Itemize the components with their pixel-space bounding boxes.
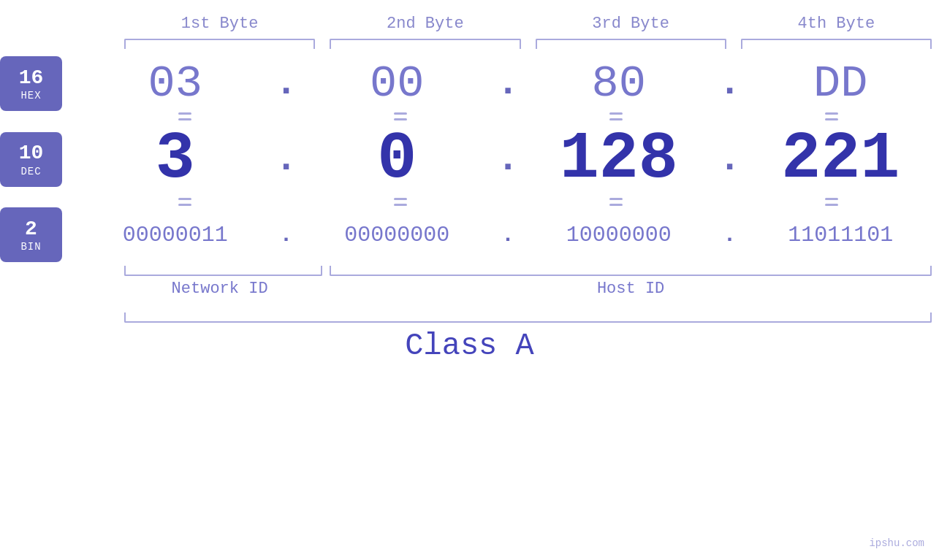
bin-dot2: .	[497, 223, 519, 248]
eq-bar	[609, 204, 623, 206]
eq-bar	[394, 112, 407, 115]
top-bracket-row	[0, 39, 939, 49]
bin-b4: 11011101	[742, 223, 940, 248]
top-bracket-1	[124, 39, 315, 49]
eq1-b4	[723, 112, 939, 120]
hex-b4-cell: DD	[742, 58, 940, 110]
eq-symbol-2b	[394, 198, 407, 206]
eq2-b1	[77, 198, 292, 206]
bin-dot1: .	[275, 223, 297, 248]
network-bracket	[124, 266, 322, 276]
eq1-b3	[508, 112, 723, 120]
eq-bar	[825, 112, 838, 115]
host-bracket	[330, 266, 932, 276]
byte2-header: 2nd Byte	[322, 15, 528, 39]
hex-b4: DD	[742, 58, 940, 110]
byte1-header: 1st Byte	[117, 15, 322, 39]
top-bracket-2	[330, 39, 520, 49]
bin-badge-base: BIN	[20, 241, 41, 253]
eq-bar	[825, 198, 838, 200]
main-container: 1st Byte 2nd Byte 3rd Byte 4th Byte 16 H…	[0, 0, 939, 560]
dec-b3: 128	[520, 122, 718, 196]
hex-b2: 00	[299, 58, 496, 110]
byte3-header: 3rd Byte	[528, 15, 734, 39]
network-host-labels: Network ID Host ID	[0, 280, 939, 298]
class-bracket	[124, 312, 932, 323]
eq-bar	[609, 198, 623, 200]
dec-badge: 10 DEC	[0, 132, 62, 187]
network-id-label: Network ID	[117, 280, 322, 298]
dec-b2: 0	[299, 122, 496, 196]
bin-b1-cell: 00000011	[77, 223, 274, 248]
top-bracket-4	[741, 39, 932, 49]
eq-symbol-1b	[394, 112, 407, 120]
dec-dot3: .	[719, 138, 741, 181]
hex-badge-base: HEX	[20, 90, 41, 101]
dec-dot2: .	[497, 138, 519, 181]
dec-badge-num: 10	[19, 141, 44, 166]
dec-badge-base: DEC	[20, 166, 41, 177]
class-bracket-row	[0, 312, 939, 323]
class-label-row: Class A	[0, 329, 939, 364]
eq-bar	[825, 204, 838, 206]
top-bracket-3	[536, 39, 726, 49]
hex-b2-cell: 00	[299, 58, 496, 110]
dec-b4-cell: 221	[742, 122, 940, 196]
equals-row-1	[0, 112, 939, 120]
eq-bar	[394, 204, 407, 206]
dec-dot1: .	[275, 138, 297, 181]
hex-row: 16 HEX 03 . 00 . 80 . DD	[0, 56, 939, 111]
bin-b3-cell: 10000000	[520, 223, 718, 248]
eq-bar	[825, 118, 838, 120]
bin-badge-num: 2	[25, 217, 37, 242]
eq-symbol-2c	[609, 198, 623, 206]
dec-b1: 3	[77, 122, 274, 196]
bin-dot3: .	[719, 223, 741, 248]
eq-bar	[394, 118, 407, 120]
hex-badge: 16 HEX	[0, 56, 62, 111]
byte4-header: 4th Byte	[734, 15, 939, 39]
hex-b3-cell: 80	[520, 58, 718, 110]
hex-dot3: .	[719, 62, 741, 105]
eq-bar	[178, 198, 191, 200]
bin-b2: 00000000	[299, 223, 496, 248]
bin-b1: 00000011	[77, 223, 274, 248]
host-id-label: Host ID	[322, 280, 939, 298]
dec-b1-cell: 3	[77, 122, 274, 196]
hex-dot2: .	[497, 62, 519, 105]
hex-b1-cell: 03	[77, 58, 274, 110]
bin-row: 2 BIN 00000011 . 00000000 . 10000000 . 1…	[0, 207, 939, 262]
dec-b4: 221	[742, 122, 940, 196]
eq-bar	[178, 204, 191, 206]
watermark: ipshu.com	[869, 537, 924, 549]
hex-b1: 03	[77, 58, 274, 110]
eq-bar	[178, 118, 191, 120]
dec-b3-cell: 128	[520, 122, 718, 196]
bin-badge: 2 BIN	[0, 207, 62, 262]
bin-b4-cell: 11011101	[742, 223, 940, 248]
dec-b2-cell: 0	[299, 122, 496, 196]
bin-values: 00000011 . 00000000 . 10000000 . 1101110…	[77, 223, 939, 248]
class-label: Class A	[405, 329, 533, 364]
byte-headers: 1st Byte 2nd Byte 3rd Byte 4th Byte	[0, 15, 939, 39]
dec-row: 10 DEC 3 . 0 . 128 . 221	[0, 122, 939, 196]
eq-bar	[609, 118, 623, 120]
eq-bar	[394, 198, 407, 200]
eq2-b3	[508, 198, 723, 206]
eq2-b2	[292, 198, 508, 206]
bottom-bracket-row	[0, 266, 939, 276]
bin-b2-cell: 00000000	[299, 223, 496, 248]
eq-symbol-1a	[178, 112, 191, 120]
bin-b3: 10000000	[520, 223, 718, 248]
eq1-b1	[77, 112, 292, 120]
eq-symbol-2d	[825, 198, 838, 206]
eq-bar	[178, 112, 191, 115]
eq-symbol-2a	[178, 198, 191, 206]
eq-symbol-1d	[825, 112, 838, 120]
eq2-b4	[723, 198, 939, 206]
hex-b3: 80	[520, 58, 718, 110]
eq-bar	[609, 112, 623, 115]
hex-badge-num: 16	[19, 66, 44, 91]
eq-symbol-1c	[609, 112, 623, 120]
dec-values: 3 . 0 . 128 . 221	[77, 122, 939, 196]
